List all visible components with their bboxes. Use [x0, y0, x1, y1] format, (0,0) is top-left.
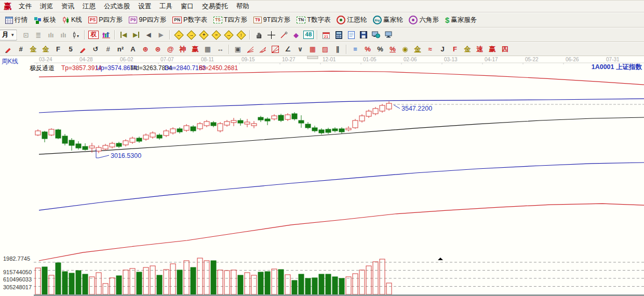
colored-kline-icon[interactable] [100, 30, 112, 40]
golden-angle-icon[interactable]: 金 [462, 44, 473, 55]
menu-browse[interactable]: 浏览 [36, 2, 57, 10]
f-angle-icon[interactable]: F [449, 44, 461, 55]
save-icon[interactable] [358, 30, 369, 40]
winner-wheel-button[interactable]: Big赢家轮 [370, 15, 406, 25]
slanted-grid-icon[interactable]: ▨ [319, 44, 331, 55]
t-square-button[interactable]: TST四方形 [210, 15, 250, 25]
winner-service-button[interactable]: $赢家服务 [442, 15, 480, 25]
info-panel-icon[interactable]: ≣ [33, 30, 44, 40]
kline-chart[interactable]: 03-2404-2806-0207-0708-1109-1510-2712-01… [0, 56, 644, 296]
percent-lines-icon[interactable]: % [387, 44, 398, 55]
golden-ladder-icon[interactable]: 金 [28, 44, 39, 55]
menu-news[interactable]: 资讯 [57, 2, 78, 10]
wave-tool-icon[interactable]: ≈ [424, 44, 436, 55]
gann-ladder-icon[interactable]: # [15, 44, 26, 55]
candle-style-dropdown[interactable]: ▾ [70, 30, 82, 40]
time-ruler-icon[interactable]: # [102, 44, 114, 55]
pan-right-diamond-button[interactable]: → [185, 30, 197, 40]
first-page-icon[interactable]: ◀ [118, 30, 129, 40]
fibonacci-ladder-icon[interactable]: F [52, 44, 64, 55]
expand-horizontal-diamond-button[interactable]: ↔ [224, 30, 233, 39]
dense-grid-icon[interactable]: ▦ [202, 44, 213, 55]
star-circle-icon[interactable]: ⊛ [152, 44, 164, 55]
kline-chart-canvas[interactable]: 03-2404-2806-0207-0708-1109-1510-2712-01… [0, 56, 644, 296]
zoom-in-diamond-button[interactable]: + [198, 30, 209, 40]
hexagon-button[interactable]: 六角形 [406, 15, 442, 25]
golden-ladder-2-icon[interactable]: 金 [40, 44, 51, 55]
j-angle-icon[interactable]: J [437, 44, 448, 55]
p-number-table-button[interactable]: PNP数字表 [169, 15, 210, 25]
zigzag-icon[interactable]: ∨ [294, 44, 306, 55]
trend-line-pencil-icon[interactable] [3, 44, 14, 55]
expand-vertical-diamond-button[interactable]: ↕ [235, 30, 247, 40]
mini-chart-3-icon[interactable]: ılı [45, 30, 57, 40]
9p-square-button[interactable]: P99P四方形 [126, 15, 169, 25]
p-square-button[interactable]: PSP四方形 [85, 15, 126, 25]
gann-fan-icon[interactable] [245, 44, 256, 55]
arc-fan-icon[interactable] [257, 44, 269, 55]
percent-retrace-icon[interactable]: % [362, 44, 373, 55]
last-page-icon[interactable]: ▶ [130, 30, 142, 40]
gann-shape-icon[interactable]: ◆ [290, 30, 302, 40]
ying-grid-icon[interactable]: 赢 [190, 44, 201, 55]
box-tool-icon[interactable]: ▣ [232, 44, 244, 55]
menu-help[interactable]: 帮助 [232, 2, 253, 10]
text-tool-icon[interactable]: A [127, 44, 139, 55]
zoom-out-diamond-button[interactable]: − [210, 30, 222, 40]
spiral-icon[interactable]: @ [165, 44, 176, 55]
period-select-button[interactable]: 月▼ [3, 30, 14, 40]
zoom-out-diamond-button[interactable]: − [211, 30, 221, 39]
gann-wheel-button[interactable]: 江恩轮 [333, 15, 370, 25]
menu-trade-order[interactable]: 交易委托 [198, 2, 232, 10]
period-select-button[interactable]: 月▼ [0, 30, 17, 41]
quotes-button[interactable]: 行情 [2, 15, 31, 25]
pan-left-diamond-button[interactable]: ← [174, 30, 183, 39]
9t-square-button[interactable]: T99T四方形 [250, 15, 293, 25]
crosshair-icon[interactable] [265, 30, 277, 40]
sectors-button[interactable]: 板块 [31, 15, 59, 25]
remote-data-icon[interactable] [370, 30, 382, 40]
compress-view-icon[interactable]: ⊡ [20, 30, 32, 40]
calculator-icon[interactable] [333, 30, 344, 40]
menu-window[interactable]: 窗口 [177, 2, 198, 10]
mark-pencil-icon[interactable] [77, 44, 89, 55]
square-of-nine-icon[interactable]: n² [115, 44, 126, 55]
exclude-rights-icon[interactable]: 权 [88, 30, 99, 40]
parallel-lines-icon[interactable]: ∥ [332, 44, 343, 55]
workstation-icon[interactable] [383, 30, 394, 40]
menu-file[interactable]: 文件 [15, 2, 36, 10]
mini-chart-9-icon[interactable]: ılı [58, 30, 69, 40]
circle-cross-icon[interactable]: ⊕ [140, 44, 151, 55]
menu-formula-stock-pick[interactable]: 公式选股 [100, 2, 134, 10]
pan-hand-icon[interactable] [253, 30, 264, 40]
next-page-icon[interactable]: ▶ [155, 30, 167, 40]
five-segment-icon[interactable]: 5 [65, 44, 76, 55]
zoom-in-diamond-button[interactable]: + [199, 30, 208, 39]
menu-gann[interactable]: 江恩 [78, 2, 100, 10]
calendar-icon[interactable]: 21 [320, 30, 332, 40]
four-angle-icon[interactable]: 四 [499, 44, 511, 55]
pan-right-diamond-button[interactable]: → [186, 30, 196, 39]
speed-angle-icon[interactable]: 速 [474, 44, 486, 55]
prev-page-icon[interactable]: ◀ [143, 30, 154, 40]
expand-vertical-diamond-button[interactable]: ↕ [236, 30, 246, 39]
kline-button[interactable]: K线 [59, 15, 85, 25]
cycle-circle-icon[interactable]: ↺ [90, 44, 101, 55]
box-fan-icon[interactable] [270, 44, 281, 55]
t-number-table-button[interactable]: TNT数字表 [293, 15, 333, 25]
golden-section-icon[interactable]: 金 [412, 44, 423, 55]
menu-settings[interactable]: 设置 [134, 2, 155, 10]
measure-tool-icon[interactable]: ↔ [214, 44, 226, 55]
pane-splitter-handle[interactable] [307, 56, 318, 59]
expand-horizontal-diamond-button[interactable]: ↔ [223, 30, 234, 40]
angle-line-icon[interactable]: ∠ [282, 44, 293, 55]
ying-angle-icon[interactable]: 赢 [487, 44, 498, 55]
pan-left-diamond-button[interactable]: ← [173, 30, 184, 40]
golden-circle-icon[interactable]: ◉ [399, 44, 411, 55]
shen-grid-icon[interactable]: 神 [177, 44, 189, 55]
dragon-48-icon[interactable]: 48 [303, 30, 314, 40]
notepad-icon[interactable] [345, 30, 357, 40]
percent-icon[interactable]: % [374, 44, 386, 55]
menu-tools[interactable]: 工具 [155, 2, 177, 10]
delete-line-icon[interactable] [278, 30, 289, 40]
